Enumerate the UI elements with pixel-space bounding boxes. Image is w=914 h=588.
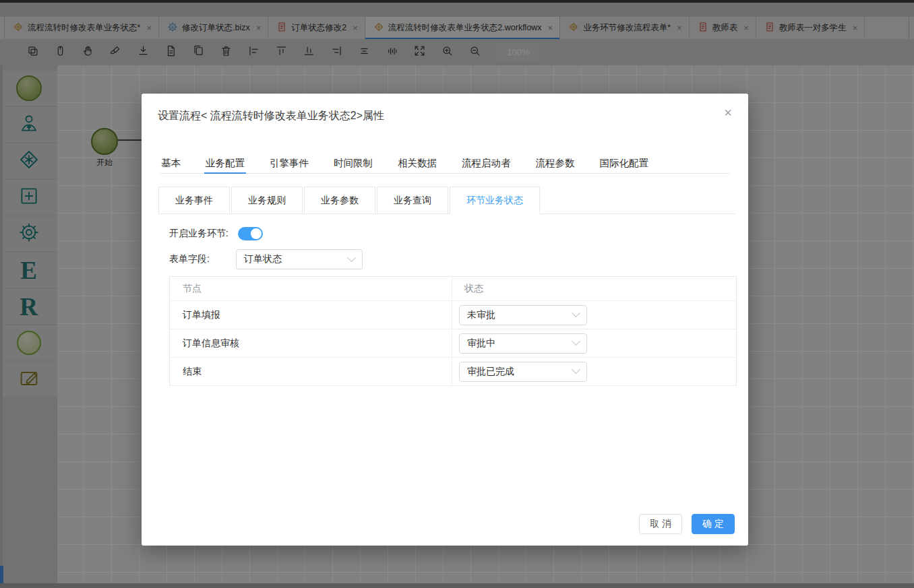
subtab[interactable]: 业务参数 <box>304 187 375 214</box>
subtab[interactable]: 业务规则 <box>231 187 303 214</box>
table-row: 订单填报未审批 <box>170 301 736 329</box>
business-config-subtabs: 业务事件业务规则业务参数业务查询环节业务状态 <box>158 187 541 214</box>
column-header-node: 节点 <box>170 277 452 300</box>
node-cell: 订单填报 <box>170 301 452 329</box>
dialog-tab[interactable]: 引擎事件 <box>268 153 310 173</box>
close-icon[interactable]: × <box>720 104 736 121</box>
status-cell: 审批中 <box>452 333 736 354</box>
form-field-row: 表单字段: 订单状态 <box>169 249 735 269</box>
table-row: 结束审批已完成 <box>170 358 736 386</box>
dialog-tab[interactable]: 流程参数 <box>535 153 576 173</box>
status-select[interactable]: 审批中 <box>459 333 587 354</box>
chevron-down-icon <box>347 253 356 262</box>
dialog-tab[interactable]: 时间限制 <box>332 153 374 173</box>
status-select-value: 未审批 <box>467 309 495 321</box>
dialog-tab[interactable]: 流程启动者 <box>460 153 512 173</box>
node-business-status-panel: 开启业务环节: 表单字段: 订单状态 节点 状态 订单填报未审批订单信息审核审批… <box>169 226 735 386</box>
subtab[interactable]: 环节业务状态 <box>450 187 540 214</box>
dialog-tab[interactable]: 基本 <box>160 153 182 173</box>
status-select-value: 审批已完成 <box>467 366 514 378</box>
form-field-select[interactable]: 订单状态 <box>236 249 363 269</box>
subtab[interactable]: 业务查询 <box>377 187 448 214</box>
chevron-down-icon <box>572 365 580 374</box>
status-select-value: 审批中 <box>467 337 495 350</box>
enable-business-node-row: 开启业务环节: <box>169 226 735 240</box>
status-select[interactable]: 审批已完成 <box>459 362 587 382</box>
toggle-knob <box>251 228 262 239</box>
dialog-title: 设置流程< 流程流转时修改表单业务状态2>属性 <box>158 109 384 123</box>
confirm-button[interactable]: 确 定 <box>692 514 735 534</box>
node-cell: 订单信息审核 <box>170 329 452 357</box>
table-header-row: 节点 状态 <box>170 277 736 301</box>
process-properties-dialog: 设置流程< 流程流转时修改表单业务状态2>属性 × 基本业务配置引擎事件时间限制… <box>142 94 748 546</box>
table-row: 订单信息审核审批中 <box>170 329 736 358</box>
node-status-table: 节点 状态 订单填报未审批订单信息审核审批中结束审批已完成 <box>169 276 737 386</box>
form-field-select-value: 订单状态 <box>244 253 282 265</box>
status-select[interactable]: 未审批 <box>459 305 587 325</box>
chevron-down-icon <box>572 308 580 317</box>
column-header-status: 状态 <box>452 283 736 295</box>
subtab[interactable]: 业务事件 <box>158 187 230 214</box>
cancel-button[interactable]: 取 消 <box>639 514 682 534</box>
dialog-tab-bar: 基本业务配置引擎事件时间限制相关数据流程启动者流程参数国际化配置 <box>160 153 730 174</box>
status-cell: 审批已完成 <box>452 362 736 382</box>
node-cell: 结束 <box>170 358 452 385</box>
dialog-tab[interactable]: 国际化配置 <box>599 153 650 173</box>
chevron-down-icon <box>572 337 580 346</box>
status-cell: 未审批 <box>452 305 736 325</box>
dialog-tab[interactable]: 业务配置 <box>204 153 246 173</box>
form-field-label: 表单字段: <box>169 253 236 265</box>
dialog-footer: 取 消 确 定 <box>639 514 735 534</box>
dialog-tab[interactable]: 相关数据 <box>396 153 438 173</box>
toggle-label: 开启业务环节: <box>169 228 228 240</box>
enable-business-node-toggle[interactable] <box>238 227 263 240</box>
